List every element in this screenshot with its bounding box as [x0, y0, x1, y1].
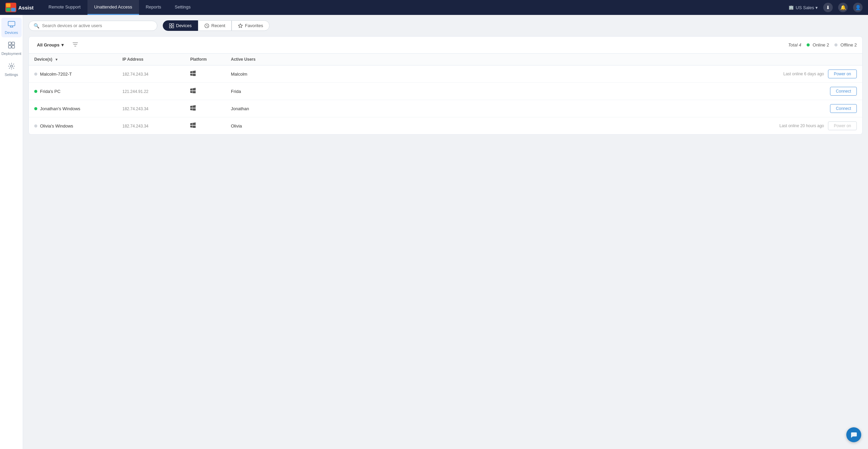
svg-rect-8 [8, 42, 11, 45]
sidebar-item-devices[interactable]: Devices [1, 18, 22, 37]
action-area: Last online 20 hours ago Power on [292, 121, 857, 130]
search-icon: 🔍 [34, 23, 39, 28]
ip-address: 182.74.243.34 [122, 106, 149, 111]
user-icon[interactable]: 👤 [853, 3, 863, 12]
offline-dot [834, 43, 837, 46]
svg-rect-2 [6, 8, 11, 12]
active-user: Olivia [231, 123, 242, 129]
org-selector[interactable]: 🏢 US Sales ▾ [789, 5, 818, 10]
device-table-container: All Groups ▾ Total 4 Online 2 [28, 36, 863, 135]
device-name: Olivia's Windows [34, 123, 112, 129]
platform-icon [190, 71, 196, 77]
svg-rect-3 [11, 8, 16, 12]
table-row[interactable]: Olivia's Windows 182.74.243.34 Olivia La… [29, 117, 862, 135]
top-bar: 🔍 Devices [28, 20, 863, 31]
top-nav: Assist Remote Support Unattended Access … [0, 0, 868, 15]
tab-recent[interactable]: Recent [198, 20, 232, 31]
platform-icon [190, 89, 196, 94]
device-name: Malcolm-7202-T [34, 72, 112, 77]
svg-rect-13 [170, 23, 172, 25]
devices-icon [8, 20, 15, 30]
svg-rect-15 [170, 26, 172, 28]
search-box: 🔍 [28, 21, 157, 31]
offline-stat: Offline 2 [834, 42, 857, 47]
action-area: Connect [292, 87, 857, 96]
svg-rect-1 [11, 3, 16, 7]
ip-address: 121.244.91.22 [122, 89, 149, 94]
last-online: Last online 20 hours ago [780, 123, 824, 128]
logo-area: Assist [5, 3, 34, 12]
action-button[interactable]: Connect [830, 104, 857, 113]
sidebar-devices-label: Devices [5, 31, 18, 35]
col-header-ip: IP Address [117, 54, 185, 65]
ip-address: 182.74.243.34 [122, 72, 149, 77]
active-user: Jonathan [231, 106, 249, 111]
svg-rect-16 [172, 26, 174, 28]
table-row[interactable]: Frida's PC 121.244.91.22 Frida Connect [29, 83, 862, 100]
chat-icon [850, 431, 857, 438]
col-header-device: Device(s) ▼ [29, 54, 117, 65]
svg-point-12 [11, 65, 13, 67]
tabs-group: Devices Recent Favorites [163, 20, 270, 31]
action-area: Connect [292, 104, 857, 113]
status-dot [34, 73, 37, 76]
action-button: Power on [828, 121, 857, 130]
star-icon [238, 23, 243, 28]
svg-rect-11 [12, 45, 15, 48]
action-area: Last online 6 days ago Power on [292, 70, 857, 78]
action-button[interactable]: Connect [830, 87, 857, 96]
download-icon[interactable]: ⬇ [823, 3, 833, 12]
online-stat: Online 2 [807, 42, 829, 47]
status-dot [34, 124, 37, 128]
status-dot [34, 90, 37, 93]
table-row[interactable]: Malcolm-7202-T 182.74.243.34 Malcolm Las… [29, 65, 862, 83]
device-name: Jonathan's Windows [34, 106, 112, 111]
active-user: Malcolm [231, 72, 247, 77]
svg-rect-9 [12, 42, 15, 45]
action-button[interactable]: Power on [828, 70, 857, 78]
total-stat: Total 4 [788, 42, 802, 47]
svg-rect-0 [6, 3, 11, 7]
app-name: Assist [18, 5, 34, 11]
nav-reports[interactable]: Reports [139, 0, 168, 15]
main-layout: Devices Deployment Settings [0, 15, 868, 449]
group-selector[interactable]: All Groups ▾ [34, 41, 66, 49]
notification-icon[interactable]: 🔔 [838, 3, 848, 12]
chevron-down-icon: ▾ [61, 42, 64, 47]
svg-rect-14 [172, 23, 174, 25]
table-header-row: Device(s) ▼ IP Address Platform Active U… [29, 54, 862, 65]
tab-favorites[interactable]: Favorites [232, 20, 269, 31]
nav-unattended-access[interactable]: Unattended Access [87, 0, 139, 15]
search-input[interactable] [42, 23, 152, 28]
device-table: Device(s) ▼ IP Address Platform Active U… [29, 54, 862, 134]
deployment-icon [8, 41, 15, 51]
svg-rect-4 [8, 21, 15, 26]
table-row[interactable]: Jonathan's Windows 182.74.243.34 Jonatha… [29, 100, 862, 117]
sidebar: Devices Deployment Settings [0, 15, 23, 449]
sidebar-deployment-label: Deployment [1, 52, 21, 56]
chat-fab[interactable] [846, 427, 861, 442]
filter-icon[interactable] [71, 41, 80, 49]
tab-devices[interactable]: Devices [163, 20, 198, 31]
grid-icon [169, 23, 174, 28]
svg-rect-10 [8, 45, 11, 48]
content-area: 🔍 Devices [23, 15, 868, 449]
col-header-platform: Platform [185, 54, 225, 65]
sidebar-item-deployment[interactable]: Deployment [1, 39, 22, 58]
stats-bar: Total 4 Online 2 Offline 2 [788, 42, 857, 47]
nav-settings[interactable]: Settings [168, 0, 197, 15]
col-header-users: Active Users [225, 54, 287, 65]
settings-icon [8, 62, 15, 72]
zoho-logo [5, 3, 16, 12]
platform-icon [190, 123, 196, 129]
nav-remote-support[interactable]: Remote Support [42, 0, 87, 15]
active-user: Frida [231, 89, 241, 94]
col-header-action [287, 54, 862, 65]
sidebar-item-settings[interactable]: Settings [1, 60, 22, 79]
last-online: Last online 6 days ago [783, 72, 824, 76]
nav-right: 🏢 US Sales ▾ ⬇ 🔔 👤 [789, 3, 863, 12]
table-header-bar: All Groups ▾ Total 4 Online 2 [29, 37, 862, 54]
online-dot [807, 43, 810, 46]
ip-address: 182.74.243.34 [122, 124, 149, 129]
platform-icon [190, 106, 196, 112]
